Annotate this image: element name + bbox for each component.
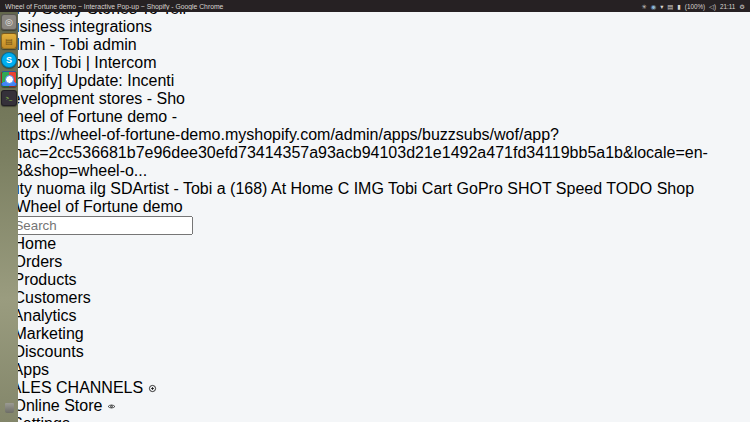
shopify-search[interactable] (0, 216, 750, 235)
keyboard-layout-icon[interactable] (667, 3, 673, 10)
battery-percent: (100%) (685, 3, 705, 10)
bookmark[interactable]: SDArtist - Tobi a (110, 180, 225, 197)
search-input[interactable] (12, 216, 193, 235)
address-bar-row: https://wheel-of-fortune-demo.myshopify.… (0, 126, 750, 180)
browser-tab[interactable]: Inbox | Tobi | Intercom (0, 54, 750, 72)
workspace-icon[interactable] (1, 14, 17, 30)
volume-icon[interactable] (709, 3, 716, 10)
indicator-icon[interactable] (651, 3, 657, 10)
window-title: Wheel of Fortune demo ~ Interactive Pop-… (5, 3, 641, 10)
sidebar-item-orders[interactable]: Orders (0, 253, 750, 271)
url-omnibox[interactable]: https://wheel-of-fortune-demo.myshopify.… (0, 126, 750, 180)
bookmark-folder[interactable]: Cart (422, 180, 452, 197)
terminal-icon[interactable] (1, 90, 17, 106)
bookmark-folder[interactable]: SHOT (507, 180, 551, 197)
browser-tab[interactable]: [Shopify] Update: Incenti (0, 72, 750, 90)
system-top-bar: Wheel of Fortune demo ~ Interactive Pop-… (0, 0, 750, 12)
bookmark-folder[interactable]: GoPro (457, 180, 503, 197)
sales-channels-header: SALES CHANNELS (0, 379, 750, 397)
sidebar-item-discounts[interactable]: Discounts (0, 343, 750, 361)
indicator-icon[interactable] (641, 3, 646, 10)
chrome-icon[interactable] (1, 71, 17, 87)
sidebar-item-customers[interactable]: Customers (0, 289, 750, 307)
sidebar-item-settings[interactable]: ⚙ Settings (0, 415, 750, 422)
bookmark-folder[interactable]: Shop (657, 180, 694, 197)
sidebar-item-online-store[interactable]: Online Store (0, 397, 750, 415)
session-gear-icon[interactable] (739, 3, 745, 10)
sidebar-item-analytics[interactable]: Analytics (0, 307, 750, 325)
store-name: Wheel of Fortune demo (15, 198, 182, 215)
shopify-top-nav: Wheel of Fortune demo (0, 198, 750, 235)
ubuntu-dock (0, 12, 18, 422)
store-switcher[interactable]: Wheel of Fortune demo (0, 198, 750, 216)
bookmarks-bar: Buty nuoma ilg SDArtist - Tobi a (168) A… (0, 180, 750, 198)
sidebar-item-products[interactable]: Products (0, 271, 750, 289)
add-channel-icon[interactable] (148, 384, 157, 393)
browser-window: (174) Scary Stories To Tell Business int… (0, 0, 750, 422)
skype-icon[interactable] (1, 52, 17, 68)
clock: 21:11 (720, 3, 735, 10)
shopify-sidebar: Home Orders Products Customers Analytics… (0, 235, 750, 422)
browser-tab[interactable]: Business integrations (0, 18, 750, 36)
bookmark[interactable]: (168) At Home C (230, 180, 349, 197)
sidebar-item-apps[interactable]: Apps (0, 361, 750, 379)
tab-strip: (174) Scary Stories To Tell Business int… (0, 0, 750, 126)
url-text: https://wheel-of-fortune-demo.myshopify.… (0, 126, 708, 179)
bookmark-folder[interactable]: Tobi (388, 180, 417, 197)
eye-icon[interactable] (107, 402, 116, 411)
browser-tab-active[interactable]: Wheel of Fortune demo - (0, 108, 750, 126)
browser-tab[interactable]: Development stores - Sho (0, 90, 750, 108)
network-icon[interactable] (660, 3, 663, 10)
bookmark-folder[interactable]: TODO (606, 180, 652, 197)
files-icon[interactable] (1, 33, 17, 49)
browser-tab[interactable]: Admin - Tobi admin (0, 36, 750, 54)
trash-icon[interactable] (1, 400, 17, 416)
sidebar-item-marketing[interactable]: Marketing (0, 325, 750, 343)
sidebar-item-home[interactable]: Home (0, 235, 750, 253)
battery-icon (677, 3, 680, 10)
bookmark-folder[interactable]: Speed (556, 180, 602, 197)
bookmark-folder[interactable]: IMG (354, 180, 384, 197)
